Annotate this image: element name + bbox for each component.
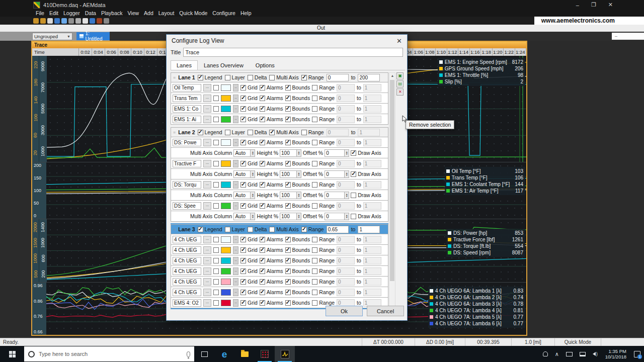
browse-button[interactable]: ... xyxy=(203,95,211,102)
height-field[interactable]: 100 xyxy=(280,170,297,178)
task-view-button[interactable] xyxy=(194,346,214,362)
channel-range-from[interactable]: 0 xyxy=(337,139,355,146)
toolbar-icon-7[interactable] xyxy=(75,18,81,24)
color-options-button[interactable]: .. xyxy=(233,278,238,286)
channel-range-from[interactable]: 0 xyxy=(337,116,355,123)
bounds-checkbox[interactable] xyxy=(285,106,291,112)
draw-axis-checkbox[interactable] xyxy=(351,193,356,198)
aemdata-button[interactable] xyxy=(275,346,295,362)
menu-item-data[interactable]: Data xyxy=(83,10,99,16)
people-button[interactable] xyxy=(539,346,551,362)
document-tab-untitled[interactable]: 1: Untitled xyxy=(76,32,110,40)
file-explorer-button[interactable] xyxy=(234,346,255,362)
alarms-checkbox[interactable] xyxy=(260,279,265,285)
aem-tuner-button[interactable] xyxy=(255,346,275,362)
channel-range-to[interactable]: 1 xyxy=(363,289,381,296)
multi-axis-checkbox[interactable] xyxy=(269,75,275,80)
grid-checkbox[interactable] xyxy=(240,161,246,166)
alarms-checkbox[interactable] xyxy=(260,258,265,263)
channel-range-checkbox[interactable] xyxy=(312,161,317,166)
tab-lanes[interactable]: Lanes xyxy=(171,60,198,70)
menu-item-file[interactable]: File xyxy=(33,10,47,16)
bounds-checkbox[interactable] xyxy=(285,161,291,166)
grid-checkbox[interactable] xyxy=(240,117,246,122)
alarms-checkbox[interactable] xyxy=(260,117,265,122)
channel-enable-checkbox[interactable] xyxy=(213,161,219,166)
range-from-field[interactable]: 0.65 xyxy=(327,226,349,233)
channel-range-checkbox[interactable] xyxy=(312,258,317,263)
browse-button[interactable]: ... xyxy=(203,299,211,307)
browse-button[interactable]: ... xyxy=(203,105,211,113)
channel-enable-checkbox[interactable] xyxy=(213,85,219,90)
alarms-checkbox[interactable] xyxy=(260,106,265,112)
delta-checkbox[interactable] xyxy=(248,75,253,80)
tab-lanes-overview[interactable]: Lanes Overview xyxy=(198,60,250,70)
lane-header[interactable]: =Lane 1LegendLayerDeltaMulti AxisRange0t… xyxy=(171,72,388,82)
color-swatch[interactable] xyxy=(221,268,231,275)
channel-enable-checkbox[interactable] xyxy=(213,140,219,145)
color-swatch[interactable] xyxy=(221,236,231,243)
channel-range-from[interactable]: 0 xyxy=(337,202,355,210)
spinner[interactable]: ▲▼ xyxy=(251,149,255,157)
add-selection-button[interactable]: ▣ xyxy=(396,72,404,79)
toolbar-icon-10[interactable] xyxy=(97,18,102,24)
spinner[interactable]: ▲▼ xyxy=(297,213,301,220)
toolbar-icon-3[interactable] xyxy=(47,18,53,24)
channel-range-from[interactable]: 0 xyxy=(337,181,355,189)
toolbar-icon-6[interactable] xyxy=(68,18,74,24)
spinner[interactable]: ▲▼ xyxy=(345,149,349,157)
spinner[interactable]: ▲▼ xyxy=(251,192,255,199)
toolbar-icon-11[interactable] xyxy=(104,18,109,24)
color-swatch[interactable] xyxy=(221,300,231,306)
channel-enable-checkbox[interactable] xyxy=(213,300,219,306)
grid-checkbox[interactable] xyxy=(240,300,246,306)
height-field[interactable]: 100 xyxy=(280,213,297,220)
browse-button[interactable]: ... xyxy=(203,246,211,254)
offset-field[interactable]: 0 xyxy=(325,149,345,157)
channel-range-to[interactable]: 1 xyxy=(363,267,381,275)
browse-button[interactable]: ... xyxy=(203,267,211,275)
menu-item-add[interactable]: Add xyxy=(141,10,156,16)
channel-name-field[interactable]: EMS 1: Ai xyxy=(173,116,201,123)
channel-range-from[interactable]: 0 xyxy=(337,267,355,275)
bounds-checkbox[interactable] xyxy=(285,203,291,209)
action-center-button[interactable]: 1 xyxy=(630,346,644,362)
tab-options[interactable]: Options xyxy=(250,60,281,70)
channel-range-checkbox[interactable] xyxy=(312,117,317,122)
delta-checkbox[interactable] xyxy=(248,130,253,135)
grid-checkbox[interactable] xyxy=(240,182,246,188)
toolbar-icon-4[interactable] xyxy=(54,18,60,24)
minimize-button[interactable]: – xyxy=(576,2,579,8)
legend-checkbox[interactable] xyxy=(198,227,203,232)
browse-button[interactable]: ... xyxy=(203,236,211,243)
channel-enable-checkbox[interactable] xyxy=(213,96,219,101)
bounds-checkbox[interactable] xyxy=(285,96,291,101)
range-checkbox[interactable] xyxy=(301,75,307,80)
scroll-up-icon[interactable]: ▲ xyxy=(389,73,395,79)
scrollbar[interactable]: ▲ ▼ xyxy=(389,72,395,311)
channel-range-to[interactable]: 1 xyxy=(363,105,381,113)
layer-checkbox[interactable] xyxy=(225,227,230,232)
browse-button[interactable]: ... xyxy=(203,160,211,167)
channel-enable-checkbox[interactable] xyxy=(213,290,219,295)
volume-button[interactable]: ) xyxy=(589,346,601,362)
range-from-field[interactable]: 0 xyxy=(327,129,349,136)
spinner[interactable]: ▲▼ xyxy=(345,170,349,178)
channel-name-field[interactable]: DS: Torqu xyxy=(173,181,201,189)
channel-range-to[interactable]: 1 xyxy=(363,84,381,92)
color-options-button[interactable]: .. xyxy=(233,181,238,189)
color-options-button[interactable]: .. xyxy=(233,289,238,296)
grid-checkbox[interactable] xyxy=(240,237,246,242)
color-options-button[interactable]: .. xyxy=(233,84,238,92)
color-swatch[interactable] xyxy=(221,257,231,264)
dialog-close-icon[interactable]: ✕ xyxy=(396,37,402,45)
channel-enable-checkbox[interactable] xyxy=(213,279,219,285)
range-to-field[interactable]: 200 xyxy=(358,74,380,81)
channel-range-checkbox[interactable] xyxy=(312,96,317,101)
hidden-icons-button[interactable]: ∧ xyxy=(551,346,562,362)
alarms-checkbox[interactable] xyxy=(260,140,265,145)
range-checkbox[interactable] xyxy=(301,227,307,232)
toolbar-icon-8[interactable] xyxy=(83,18,88,24)
ok-button[interactable]: Ok xyxy=(326,306,363,316)
channel-range-checkbox[interactable] xyxy=(312,106,317,112)
